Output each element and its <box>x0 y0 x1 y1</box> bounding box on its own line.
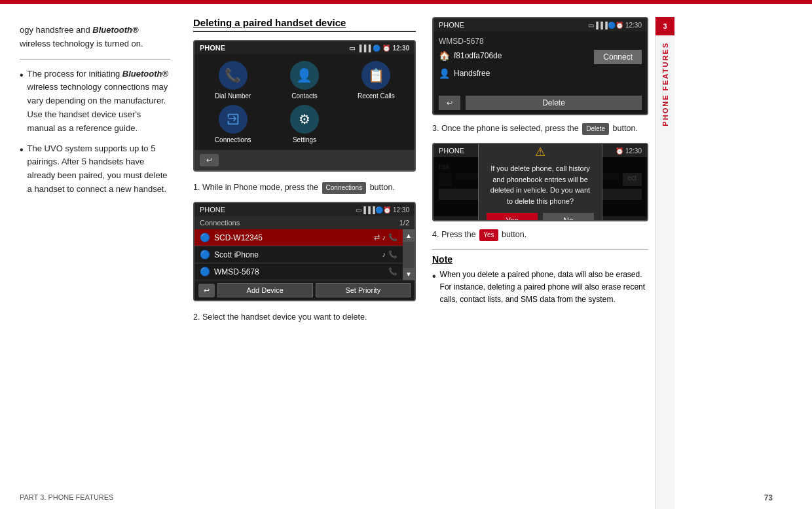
music-icon-2: ♪ <box>382 250 386 259</box>
step-3-text: 3. Once the phone is selected, press the… <box>432 122 648 135</box>
scroll-up-btn[interactable]: ▲ <box>403 229 415 242</box>
section-title: Deleting a paired handset device <box>193 17 416 32</box>
middle-column: Deleting a paired handset device PHONE ▭… <box>183 17 426 509</box>
device-name-1: SCD-W12345 <box>214 233 370 242</box>
phone-title-4: PHONE <box>439 147 464 155</box>
device-wmsd-name: WMSD-5678 <box>439 37 642 46</box>
note-text: When you delete a paired phone, data wil… <box>440 269 648 307</box>
step-4-text: 4. Press the Yes button. <box>432 228 648 241</box>
device-item-1[interactable]: 🔵 SCD-W12345 ⇄ ♪ 📞 <box>194 229 403 246</box>
part-label-text: PHONE FEATURES <box>661 42 669 126</box>
confirm-message: If you delete phone, call history and ph… <box>487 163 594 206</box>
delete-badge: Delete <box>582 123 609 135</box>
scroll-arrows: ▲ ▼ <box>403 229 415 280</box>
profile-icon: 👤 <box>439 68 450 79</box>
device-header: PHONE ▭▐▐▐🔵⏰ 12:30 <box>434 18 647 31</box>
bt-status-icon: 🔵 <box>373 45 380 52</box>
signal-icon: ▐▐▐ <box>357 45 371 52</box>
contacts-icon[interactable]: 👤 Contacts <box>271 61 337 100</box>
battery-icon: ▭ <box>349 45 355 52</box>
divider <box>20 59 170 60</box>
dialog-bg: hsk ect Delete ⚠ If you delete phone, ca… <box>434 157 647 216</box>
phone-header-1: PHONE ▭ ▐▐▐ 🔵 ⏰ 12:30 <box>194 41 415 54</box>
bullet-item-2: • The UVO system supports up to 5 pairin… <box>20 142 170 197</box>
time-display-1: 12:30 <box>392 45 409 52</box>
note-bullet: • When you delete a paired phone, data w… <box>432 269 648 307</box>
recent-calls-icon[interactable]: 📋 Recent Calls <box>343 61 409 100</box>
home-icon: 🏠 <box>439 50 450 61</box>
conn-subheader: Connections 1/2 <box>194 216 415 229</box>
settings-icon[interactable]: ⚙ Settings <box>271 105 337 143</box>
bluetooth-ref-2: Bluetooth® <box>122 69 168 79</box>
profile-label: Handsfree <box>454 69 490 78</box>
warning-triangle-icon: ⚠ <box>487 145 594 159</box>
scroll-down-btn[interactable]: ▼ <box>403 268 415 280</box>
music-icon: ♪ <box>382 233 386 242</box>
phone-screen-3: PHONE ▭▐▐▐🔵⏰ 12:30 WMSD-5678 🏠 f81odfa70… <box>432 17 648 115</box>
add-device-btn[interactable]: Add Device <box>217 283 313 297</box>
right-sidebar: 3 PHONE FEATURES <box>655 17 674 509</box>
yes-button[interactable]: Yes <box>487 213 538 221</box>
device-body: WMSD-5678 🏠 f81odfa706de Connect 👤 Hands… <box>434 31 647 86</box>
bullet-2-text: The UVO system supports up to 5 pairings… <box>28 142 170 197</box>
conn-back-btn[interactable]: ↩ <box>198 284 215 297</box>
phone-screen-2: PHONE ▭▐▐▐🔵⏰ 12:30 Connections 1/2 🔵 SCD… <box>193 202 416 301</box>
bt-icon-1: 🔵 <box>200 233 210 242</box>
phone-bottom-bar-1: ↩ <box>194 150 415 170</box>
note-section: Note • When you delete a paired phone, d… <box>432 249 648 307</box>
footer: PART 3. PHONE FEATURES 73 <box>0 493 792 502</box>
time-display-4: 12:30 <box>625 147 642 155</box>
confirm-overlay: ⚠ If you delete phone, call history and … <box>434 157 647 216</box>
footer-part-ref: PART 3. PHONE FEATURES <box>20 493 113 502</box>
delete-btn[interactable]: Delete <box>466 96 642 110</box>
call-icon-2: 📞 <box>388 250 397 259</box>
profile-row: 👤 Handsfree <box>439 68 642 79</box>
connections-icon[interactable]: Connections <box>200 105 266 143</box>
clock-icon: ⏰ <box>382 45 390 52</box>
no-button[interactable]: No <box>543 213 594 221</box>
page-number: 73 <box>764 493 773 502</box>
connect-btn[interactable]: Connect <box>594 50 642 64</box>
bt-icon-2: 🔵 <box>200 250 210 259</box>
device-list: 🔵 SCD-W12345 ⇄ ♪ 📞 🔵 Scott iPhone ♪ <box>194 229 415 280</box>
phone-icons-grid: 📞 Dial Number 👤 Contacts 📋 Recent Calls … <box>194 54 415 150</box>
part-number-box: 3 <box>655 17 674 35</box>
mac-address: f81odfa706de <box>454 51 502 60</box>
intro-paragraph: ogy handsfree and Bluetooth® wireless te… <box>20 24 170 51</box>
time-display-2: 12:30 <box>393 206 409 214</box>
device-name-3: WMSD-5678 <box>214 267 384 276</box>
connections-badge: Connections <box>322 182 367 194</box>
right-column: PHONE ▭▐▐▐🔵⏰ 12:30 WMSD-5678 🏠 f81odfa70… <box>426 17 655 509</box>
device-name-2: Scott iPhone <box>214 250 378 259</box>
phone-back-btn-1[interactable]: ↩ <box>200 154 219 166</box>
step-2-text: 2. Select the handset device you want to… <box>193 311 416 324</box>
status-icons-1: ▭ ▐▐▐ 🔵 ⏰ 12:30 <box>349 45 409 52</box>
conn-header: PHONE ▭▐▐▐🔵⏰ 12:30 <box>194 203 415 216</box>
yes-badge: Yes <box>479 229 498 241</box>
bt-icon-3: 🔵 <box>200 267 210 276</box>
call-icon: 📞 <box>388 233 397 242</box>
step-1-text: 1. While in Phone mode, press the Connec… <box>193 181 416 194</box>
confirm-dialog-box: ⚠ If you delete phone, call history and … <box>478 143 602 221</box>
set-priority-btn[interactable]: Set Priority <box>316 283 411 297</box>
bullet-item-1: • The process for initiating Bluetooth® … <box>20 67 170 136</box>
note-divider <box>432 249 648 250</box>
phone-title-2: PHONE <box>200 206 225 214</box>
conn-label: Connections <box>200 219 240 227</box>
left-text-column: ogy handsfree and Bluetooth® wireless te… <box>0 17 183 509</box>
time-display-3: 12:30 <box>625 22 642 29</box>
dial-number-icon[interactable]: 📞 Dial Number <box>200 61 266 100</box>
page-indicator: 1/2 <box>399 219 409 227</box>
device-item-3[interactable]: 🔵 WMSD-5678 📞 <box>194 263 403 280</box>
call-icon-3: 📞 <box>388 267 397 276</box>
bluetooth-ref-1: Bluetooth® <box>92 25 138 35</box>
confirm-buttons: Yes No <box>487 213 594 221</box>
device-item-2[interactable]: 🔵 Scott iPhone ♪ 📞 <box>194 246 403 263</box>
phone-title-1: PHONE <box>200 44 225 52</box>
conn-bottom-bar: ↩ Add Device Set Priority <box>194 280 415 300</box>
phone-title-3: PHONE <box>439 21 464 29</box>
phone-screen-1: PHONE ▭ ▐▐▐ 🔵 ⏰ 12:30 📞 Dial Number 👤 Co… <box>193 40 416 172</box>
note-title: Note <box>432 254 648 265</box>
device-back-btn[interactable]: ↩ <box>439 96 460 110</box>
delete-bar: ↩ Delete <box>434 92 647 114</box>
